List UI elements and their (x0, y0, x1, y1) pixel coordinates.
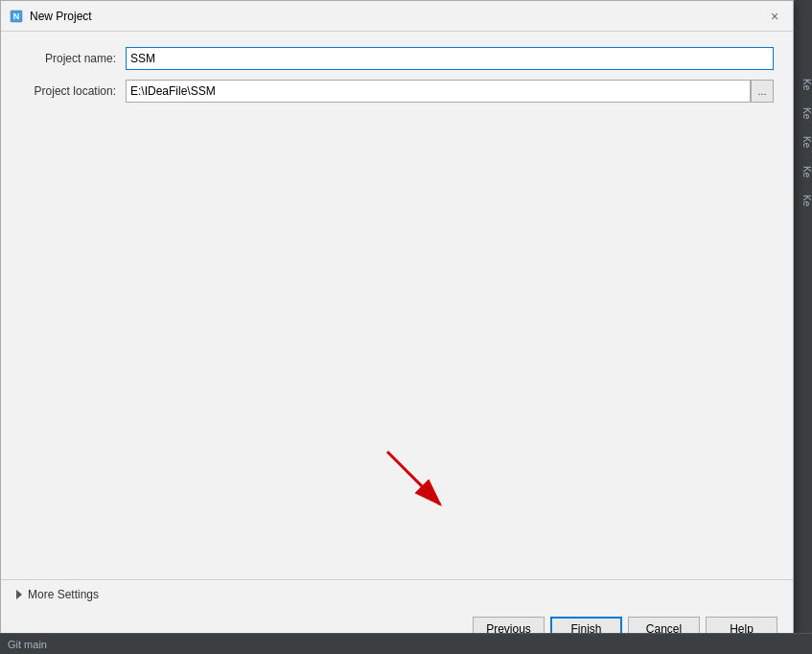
ide-panel-item-4: Ke (793, 166, 812, 177)
expand-icon (16, 590, 22, 599)
arrow-annotation (378, 442, 454, 522)
main-content-area (1, 120, 793, 579)
project-location-row: Project location: ... (20, 80, 774, 103)
status-bar: Git main (0, 633, 812, 654)
ide-panel-item-5: Ke (793, 195, 812, 206)
svg-text:N: N (13, 12, 20, 21)
close-button[interactable]: × (764, 6, 785, 27)
form-area: Project name: Project location: ... (1, 32, 793, 120)
new-project-dialog: N New Project × Project name: Project lo… (0, 0, 794, 654)
project-name-input[interactable] (126, 47, 774, 70)
ide-right-sidebar: Ke Ke Ke Ke Ke (791, 77, 812, 208)
project-name-label: Project name: (20, 52, 126, 65)
ide-panel-item-2: Ke (793, 107, 812, 119)
more-settings-toggle[interactable]: More Settings (1, 580, 793, 609)
dialog-title: New Project (30, 10, 92, 23)
ide-panel-item-1: Ke (793, 79, 812, 90)
project-location-label: Project location: (20, 84, 126, 98)
more-settings-label: More Settings (28, 588, 99, 601)
status-text: Git main (8, 639, 47, 650)
project-location-input[interactable] (126, 80, 751, 103)
ide-right-panel: Ke Ke Ke Ke Ke (791, 0, 812, 654)
ide-panel-item-3: Ke (793, 136, 812, 148)
project-name-row: Project name: (20, 47, 774, 70)
title-bar-left: N New Project (9, 9, 92, 24)
svg-line-3 (387, 452, 440, 504)
dialog-title-bar: N New Project × (1, 1, 793, 32)
browse-button[interactable]: ... (751, 80, 774, 103)
new-project-icon: N (9, 9, 24, 24)
